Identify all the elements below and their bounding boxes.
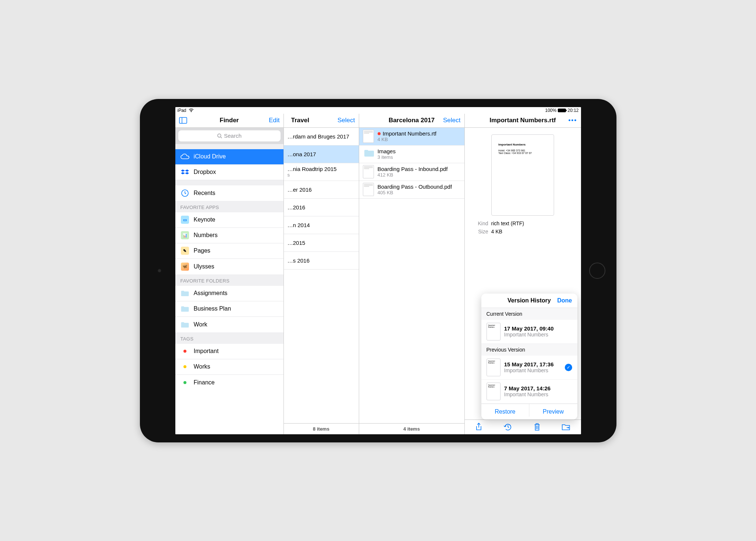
app-keynote[interactable]: ▭ Keynote xyxy=(175,212,284,228)
status-time: 20:12 xyxy=(567,108,578,113)
fav-folder-assignments[interactable]: Assignments xyxy=(175,286,284,301)
document-icon xyxy=(363,183,374,196)
numbers-icon: 📊 xyxy=(181,231,189,240)
barcelona-header: Barcelona 2017 Select xyxy=(359,114,464,128)
recents[interactable]: Recents xyxy=(175,185,284,201)
list-item[interactable]: Images3 items xyxy=(359,145,464,163)
list-item[interactable]: …rdam and Bruges 2017 xyxy=(284,128,359,145)
meta-size-key: Size xyxy=(472,229,488,234)
preview-button[interactable]: Preview xyxy=(529,404,577,420)
meta-size-val: 4 KB xyxy=(491,229,502,234)
preview-title: Important Numbers.rtf xyxy=(487,117,559,124)
search-icon xyxy=(217,133,222,138)
section-folders: FAVORITE FOLDERS xyxy=(175,274,284,286)
cloud-icon xyxy=(181,152,189,161)
column-preview: Important Numbers.rtf ••• Important Numb… xyxy=(465,114,581,434)
list-item[interactable]: Boarding Pass - Outbound.pdf405 KB xyxy=(359,181,464,199)
version-previous[interactable]: Important Numbers 7 May 2017, 14:26Impor… xyxy=(481,380,577,404)
search-input[interactable]: Search xyxy=(178,130,281,141)
sidebar-title: Finder xyxy=(197,117,261,124)
fav-folder-businessplan[interactable]: Business Plan xyxy=(175,301,284,317)
trash-button[interactable] xyxy=(534,423,540,431)
fav-folder-work[interactable]: Work xyxy=(175,317,284,332)
column-travel: Travel Select …rdam and Bruges 2017…ona … xyxy=(284,114,359,434)
more-button[interactable]: ••• xyxy=(559,117,577,124)
svg-rect-1 xyxy=(179,117,187,123)
barcelona-footer: 4 items xyxy=(359,423,464,434)
svg-point-3 xyxy=(217,134,221,137)
preview-document[interactable]: Important Numbers Hotel: +34 900 373 981… xyxy=(491,134,554,216)
list-item[interactable]: …er 2016 xyxy=(284,181,359,199)
list-item[interactable]: Important Numbers.rtf4 KB xyxy=(359,128,464,145)
app-pages[interactable]: ✎ Pages xyxy=(175,243,284,259)
source-label: Dropbox xyxy=(194,169,216,175)
version-previous[interactable]: Important Numbers 15 May 2017, 17:36Impo… xyxy=(481,356,577,380)
version-thumb: Important Numbers xyxy=(487,359,501,376)
edit-button[interactable]: Edit xyxy=(261,117,280,124)
travel-list: …rdam and Bruges 2017…ona 2017…nia Roadt… xyxy=(284,128,359,423)
source-icloud[interactable]: iCloud Drive xyxy=(175,149,284,165)
travel-title: Travel xyxy=(291,117,337,124)
tag-finance[interactable]: Finance xyxy=(175,375,284,390)
list-item[interactable]: …2015 xyxy=(284,234,359,252)
column-barcelona: Barcelona 2017 Select Important Numbers.… xyxy=(359,114,465,434)
version-history-popover: Version History Done Current Version Imp… xyxy=(481,294,577,420)
tag-dot-icon xyxy=(181,347,189,356)
barcelona-select-button[interactable]: Select xyxy=(442,117,461,124)
app-numbers[interactable]: 📊 Numbers xyxy=(175,228,284,243)
history-button[interactable] xyxy=(504,423,512,431)
preview-toolbar xyxy=(465,420,581,434)
list-item[interactable]: Boarding Pass - Inbound.pdf412 KB xyxy=(359,163,464,181)
restore-button[interactable]: Restore xyxy=(481,404,530,420)
ulysses-icon: 🦋 xyxy=(181,262,189,271)
preview-header: Important Numbers.rtf ••• xyxy=(465,114,581,128)
status-bar: iPad 100% 20:12 xyxy=(175,107,581,114)
svg-line-4 xyxy=(220,137,222,138)
status-battery-pct: 100% xyxy=(545,108,557,113)
sidebar: Finder Edit Search iCloud Dri xyxy=(175,114,284,434)
tag-dot-icon xyxy=(181,378,189,387)
done-button[interactable]: Done xyxy=(557,297,572,304)
meta-kind-key: Kind xyxy=(472,220,488,226)
wifi-icon xyxy=(189,109,194,112)
folder-icon xyxy=(181,289,189,298)
travel-header: Travel Select xyxy=(284,114,359,128)
screen: iPad 100% 20:12 Finder Edit xyxy=(175,107,581,434)
section-previous: Previous Version xyxy=(481,344,577,356)
tag-works[interactable]: Works xyxy=(175,359,284,375)
preview-metadata: Kind rich text (RTF) Size 4 KB xyxy=(465,216,581,239)
keynote-icon: ▭ xyxy=(181,215,189,224)
source-label: iCloud Drive xyxy=(194,153,226,160)
version-thumb: Important Numbers xyxy=(487,383,501,400)
tag-dot-icon xyxy=(181,362,189,371)
list-item[interactable]: …nia Roadtrip 2015s xyxy=(284,163,359,181)
home-button[interactable] xyxy=(589,263,605,279)
version-thumb: Important Numbers xyxy=(487,323,501,340)
clock-icon xyxy=(181,189,189,198)
version-current[interactable]: Important Numbers 17 May 2017, 09:40 Imp… xyxy=(481,320,577,344)
folder-icon xyxy=(363,147,374,161)
section-current: Current Version xyxy=(481,308,577,320)
list-item[interactable]: …n 2014 xyxy=(284,216,359,234)
list-item[interactable]: …ona 2017 xyxy=(284,145,359,163)
camera xyxy=(158,269,161,273)
barcelona-title: Barcelona 2017 xyxy=(381,117,442,124)
status-device: iPad xyxy=(178,108,194,113)
app-ulysses[interactable]: 🦋 Ulysses xyxy=(175,259,284,274)
source-dropbox[interactable]: Dropbox xyxy=(175,165,284,180)
search-wrap: Search xyxy=(175,128,284,144)
move-to-folder-button[interactable] xyxy=(561,423,570,431)
list-item[interactable]: …s 2016 xyxy=(284,252,359,270)
travel-footer: 8 items xyxy=(284,423,359,434)
recents-label: Recents xyxy=(194,190,216,196)
panels-icon[interactable] xyxy=(179,117,187,124)
folder-icon xyxy=(181,304,189,313)
tag-important[interactable]: Important xyxy=(175,344,284,359)
battery-icon xyxy=(558,109,566,112)
share-button[interactable] xyxy=(475,422,482,431)
list-item[interactable]: …2016 xyxy=(284,199,359,216)
popover-header: Version History Done xyxy=(481,294,577,308)
dropbox-icon xyxy=(181,168,189,177)
check-icon: ✓ xyxy=(565,364,572,371)
travel-select-button[interactable]: Select xyxy=(337,117,355,124)
